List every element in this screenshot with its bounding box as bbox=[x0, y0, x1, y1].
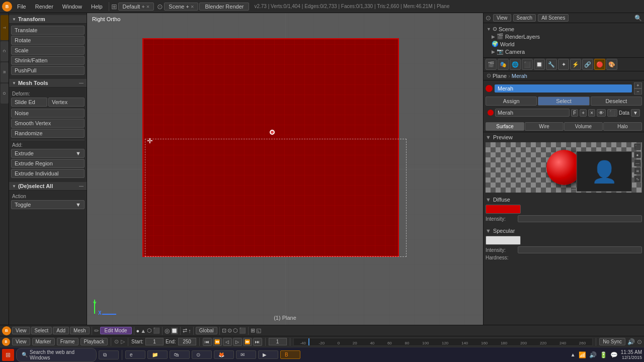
particles-props-icon[interactable]: ✦ bbox=[558, 59, 569, 70]
mail-taskbar-btn[interactable]: ✉ bbox=[236, 350, 256, 359]
overlay-icon[interactable]: ⊞ bbox=[251, 327, 255, 334]
render-props-icon[interactable]: 🎬 bbox=[486, 59, 497, 70]
render-engine-btn[interactable]: Blender Render bbox=[199, 3, 249, 11]
assign-btn[interactable]: Assign bbox=[486, 97, 537, 106]
menu-help[interactable]: Help bbox=[87, 3, 107, 11]
vertex-mode-icon[interactable]: ▲ bbox=[140, 328, 146, 334]
timeline-frame-btn[interactable]: Frame bbox=[57, 338, 78, 345]
sound-icon[interactable]: 🔊 bbox=[589, 351, 597, 358]
slide-ed-btn[interactable]: Slide Ed bbox=[11, 98, 47, 107]
deselect-header[interactable]: ▼ (De)select All — bbox=[9, 182, 87, 191]
jump-end-btn[interactable]: ⏭ bbox=[253, 338, 262, 346]
physics-props-icon[interactable]: ⚡ bbox=[570, 59, 581, 70]
select-menu-btn[interactable]: Select bbox=[31, 327, 52, 334]
chrome-taskbar-btn[interactable]: ⊙ bbox=[192, 350, 212, 359]
viewport-shading-icon3[interactable]: ⬡ bbox=[233, 327, 238, 334]
tray-up-icon[interactable]: ▲ bbox=[571, 352, 576, 357]
f-btn[interactable]: F bbox=[571, 109, 578, 117]
xray-icon[interactable]: ◱ bbox=[256, 327, 261, 334]
preview-btn1[interactable]: ⬛ bbox=[634, 143, 641, 150]
viewport-shading-icon2[interactable]: ⊙ bbox=[227, 327, 232, 334]
mat-extra-btn[interactable]: ⬛ bbox=[607, 109, 617, 117]
extrude-individual-btn[interactable]: Extrude Individual bbox=[11, 169, 85, 178]
store-taskbar-btn[interactable]: 🛍 bbox=[170, 350, 190, 359]
prev-frame-btn[interactable]: ⏪ bbox=[213, 338, 222, 346]
search-bar[interactable]: 🔍 Search the web and Windows bbox=[16, 348, 97, 362]
task-view-btn[interactable]: ⧉ bbox=[99, 350, 119, 359]
search-btn[interactable]: Search bbox=[513, 14, 536, 22]
menu-render[interactable]: Render bbox=[31, 3, 57, 11]
object-props-icon[interactable]: ⬛ bbox=[522, 59, 533, 70]
scene-props-icon[interactable]: 🎭 bbox=[498, 59, 509, 70]
relations-tab[interactable]: R bbox=[1, 62, 9, 82]
timeline-ruler[interactable]: -40-200204060801001201401601802002202402… bbox=[293, 338, 593, 346]
preview-btn3[interactable]: — bbox=[634, 159, 641, 166]
edit-mode-btn[interactable]: Edit Mode bbox=[100, 327, 132, 334]
mesh-menu-btn[interactable]: Mesh bbox=[70, 327, 89, 334]
next-frame-btn[interactable]: ⏩ bbox=[243, 338, 252, 346]
face-mode-icon[interactable]: ⬛ bbox=[153, 327, 160, 334]
create-tab[interactable]: C bbox=[1, 41, 9, 61]
translate-btn[interactable]: Translate bbox=[11, 26, 85, 35]
play-reverse-btn[interactable]: ◁ bbox=[223, 338, 232, 346]
shrink-btn[interactable]: Shrink/Fatten bbox=[11, 56, 85, 65]
diffuse-color-swatch[interactable] bbox=[486, 205, 521, 214]
surface-tab[interactable]: Surface bbox=[486, 122, 524, 131]
viewport[interactable]: Right Ortho ✛ X Y (1) Plane bbox=[87, 13, 483, 325]
normal-icon[interactable]: ↑ bbox=[188, 328, 191, 334]
data-dropdown[interactable]: ▼ bbox=[631, 109, 640, 117]
material-name-input[interactable] bbox=[495, 84, 632, 93]
audio-icon[interactable]: 🔊 bbox=[627, 338, 635, 345]
network-icon[interactable]: 📶 bbox=[579, 351, 586, 358]
mat-icon-btn[interactable]: 👁 bbox=[597, 109, 606, 117]
extrude-dropdown[interactable]: Extrude ▼ bbox=[11, 149, 85, 158]
mat-x-btn[interactable]: × bbox=[588, 109, 595, 117]
jump-start-btn[interactable]: ⏮ bbox=[203, 338, 212, 346]
specular-color-swatch[interactable] bbox=[486, 236, 521, 245]
add-menu-btn[interactable]: Add bbox=[53, 327, 69, 334]
view-btn[interactable]: View bbox=[493, 14, 511, 22]
anim-icon[interactable]: ▷ bbox=[121, 338, 125, 345]
smooth-vertex-btn[interactable]: Smooth Vertex bbox=[11, 119, 85, 128]
material-props-icon[interactable]: 🔴 bbox=[594, 59, 605, 70]
menu-window[interactable]: Window bbox=[58, 3, 86, 11]
firefox-taskbar-btn[interactable]: 🦊 bbox=[214, 350, 234, 359]
options-tab[interactable]: O bbox=[1, 83, 9, 104]
preview-btn2[interactable]: ● bbox=[634, 151, 641, 158]
play-btn[interactable]: ▷ bbox=[233, 338, 242, 346]
explorer-taskbar-btn[interactable]: 📁 bbox=[147, 350, 168, 359]
timeline-view-btn[interactable]: View bbox=[12, 338, 30, 345]
preview-btn5[interactable]: ∿ bbox=[634, 175, 641, 183]
clock[interactable]: 11:35 AM 12/1/2015 bbox=[621, 349, 642, 360]
blender-taskbar-btn[interactable]: B bbox=[280, 350, 300, 359]
terminal-taskbar-btn[interactable]: ▶ bbox=[258, 350, 278, 359]
timeline-marker-btn[interactable]: Marker bbox=[32, 338, 55, 345]
mesh-props-icon[interactable]: 🔲 bbox=[534, 59, 545, 70]
start-button[interactable]: ⊞ bbox=[2, 349, 14, 361]
slot-minus-btn[interactable]: − bbox=[634, 88, 642, 95]
halo-tab[interactable]: Halo bbox=[603, 122, 642, 131]
select-btn[interactable]: Select bbox=[538, 97, 589, 106]
transform-icon[interactable]: ⇄ bbox=[183, 327, 187, 334]
all-scenes-btn[interactable]: All Scenes bbox=[538, 14, 569, 22]
edge-mode-icon[interactable]: ⬡ bbox=[147, 327, 152, 334]
slot-plus-btn[interactable]: + bbox=[634, 82, 642, 88]
mat-input[interactable] bbox=[495, 109, 570, 117]
tree-scene[interactable]: ▼ ⊙ Scene bbox=[484, 25, 644, 33]
workspace-btn[interactable]: Default + × bbox=[118, 3, 154, 11]
notification-icon[interactable]: 💬 bbox=[610, 351, 618, 358]
tree-renderlayers[interactable]: ▶ 🎬 RenderLayers bbox=[484, 33, 644, 40]
volume-tab[interactable]: Volume bbox=[564, 122, 603, 131]
deselect-btn[interactable]: Deselect bbox=[591, 97, 642, 106]
current-frame-input[interactable] bbox=[269, 338, 287, 345]
tools-tab[interactable]: T bbox=[1, 15, 9, 40]
prev-icon-1[interactable]: — bbox=[572, 186, 577, 192]
texture-props-icon[interactable]: 🎨 bbox=[606, 59, 617, 70]
timeline-extra-icon[interactable]: ⊙ bbox=[637, 338, 642, 345]
tree-world[interactable]: 🌍 World bbox=[484, 40, 644, 48]
modifier-props-icon[interactable]: 🔧 bbox=[546, 59, 557, 70]
proportional-edit-icon[interactable]: ◎ bbox=[165, 327, 170, 334]
mesh-tools-header[interactable]: ▼ Mesh Tools — bbox=[9, 79, 87, 87]
constraints-props-icon[interactable]: 🔗 bbox=[582, 59, 593, 70]
record-icon[interactable]: ⊙ bbox=[114, 338, 119, 345]
